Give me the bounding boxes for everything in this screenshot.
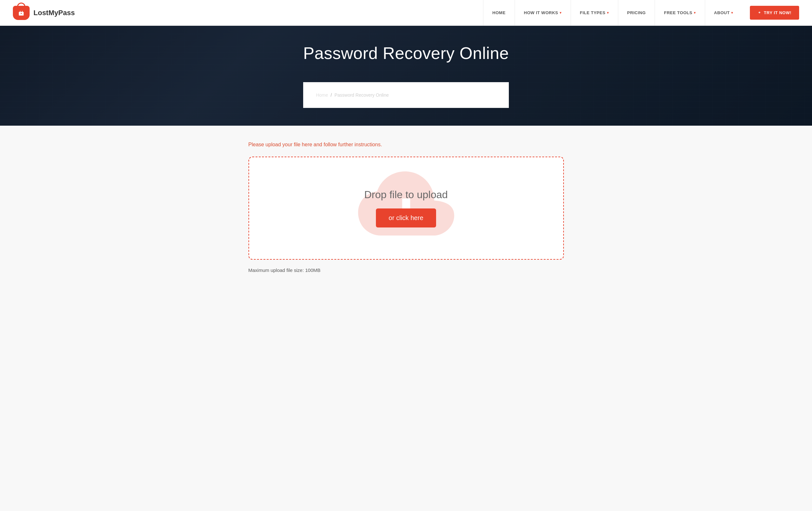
try-it-now-button[interactable]: ⚬ TRY IT NOW! — [750, 6, 799, 20]
logo-link[interactable]: LostMyPass — [13, 6, 75, 20]
nav-links: HOME HOW IT WORKS ▾ FILE TYPES ▾ PRICING… — [483, 0, 742, 25]
brand-name: LostMyPass — [33, 9, 75, 17]
click-to-upload-button[interactable]: or click here — [376, 209, 436, 227]
user-icon: ⚬ — [758, 10, 761, 15]
max-file-size-label: Maximum upload file size: 100MB — [249, 267, 564, 273]
breadcrumb-home-link[interactable]: Home — [316, 92, 328, 98]
hero-content: Password Recovery Online Home / Password… — [303, 44, 509, 108]
breadcrumb: Home / Password Recovery Online — [303, 82, 509, 108]
chevron-down-icon: ▾ — [694, 11, 696, 15]
upload-instruction: Please upload your file here and follow … — [249, 142, 564, 147]
nav-free-tools[interactable]: FREE TOOLS ▾ — [655, 0, 704, 25]
breadcrumb-current: Password Recovery Online — [335, 92, 389, 98]
chevron-down-icon: ▾ — [731, 11, 733, 15]
chevron-down-icon: ▾ — [560, 11, 561, 15]
hero-title: Password Recovery Online — [303, 44, 509, 63]
nav-pricing[interactable]: PRICING — [618, 0, 655, 25]
cloud-upload-bg-icon — [355, 162, 458, 254]
logo-icon — [13, 6, 30, 20]
drop-file-text: Drop file to upload — [364, 189, 448, 201]
upload-drop-zone[interactable]: Drop file to upload or click here — [249, 157, 564, 260]
nav-home[interactable]: HOME — [483, 0, 515, 25]
breadcrumb-separator: / — [330, 92, 332, 98]
chevron-down-icon: ▾ — [607, 11, 609, 15]
nav-file-types[interactable]: FILE TYPES ▾ — [571, 0, 618, 25]
navbar: LostMyPass HOME HOW IT WORKS ▾ FILE TYPE… — [0, 0, 812, 26]
nav-about[interactable]: ABOUT ▾ — [705, 0, 742, 25]
main-content: Please upload your file here and follow … — [229, 126, 583, 292]
nav-how-it-works[interactable]: HOW IT WORKS ▾ — [515, 0, 571, 25]
hero-section: Password Recovery Online Home / Password… — [0, 26, 812, 126]
